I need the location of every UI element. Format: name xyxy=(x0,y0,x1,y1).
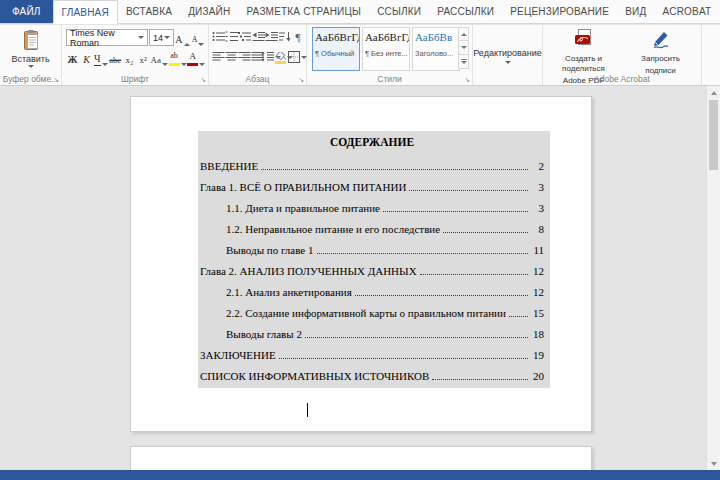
toc-entry-text: Глава 2. АНАЛИЗ ПОЛУЧЕННЫХ ДАННЫХ xyxy=(200,263,417,279)
ribbon-tab[interactable]: ACROBAT xyxy=(654,0,719,23)
strikethrough-button[interactable]: abc xyxy=(109,50,122,66)
dot-leader xyxy=(261,169,528,170)
ribbon-tab[interactable]: ДИЗАЙН xyxy=(180,0,238,23)
document-page-1[interactable]: СОДЕРЖАНИЕ ВВЕДЕНИЕ 2 Глава 1. ВСЁ О ПРА… xyxy=(130,96,592,432)
numbering-button[interactable] xyxy=(225,30,237,45)
font-color-dropdown-icon xyxy=(199,63,205,66)
paragraph-dialog-launcher-icon[interactable]: ↘ xyxy=(298,76,304,84)
sort-icon xyxy=(278,31,291,44)
styles-scroll-down-button[interactable] xyxy=(458,41,469,55)
style-card[interactable]: АаБбВгГд ¶ Обычный xyxy=(312,27,360,71)
bullets-button[interactable] xyxy=(212,30,224,45)
document-canvas[interactable]: СОДЕРЖАНИЕ ВВЕДЕНИЕ 2 Глава 1. ВСЁ О ПРА… xyxy=(0,86,720,470)
toc-entry[interactable]: 1.1. Диета и правильное питание 3 xyxy=(200,195,544,216)
sort-button[interactable] xyxy=(279,30,291,45)
signature-pen-icon xyxy=(651,29,671,52)
underline-button[interactable]: Ч xyxy=(94,50,108,66)
bold-button[interactable]: Ж xyxy=(66,50,79,66)
indent-icon xyxy=(265,31,278,44)
show-marks-button[interactable]: ¶ xyxy=(292,30,304,45)
toc-entry-text: Глава 1. ВСЁ О ПРАВИЛЬНОМ ПИТАНИИ xyxy=(200,179,406,195)
style-name: Заголово... xyxy=(415,49,457,58)
toc-entry[interactable]: СПИСОК ИНФОРМАТИВНЫХ ИСТОЧНИКОВ 20 xyxy=(200,363,544,384)
scrollbar-thumb[interactable] xyxy=(709,100,718,170)
text-highlight-dropdown-icon xyxy=(181,63,187,66)
pilcrow-icon: ¶ xyxy=(295,32,300,43)
ribbon-tab[interactable]: ВСТАВКА xyxy=(118,0,180,23)
toc-entry[interactable]: 1.2. Неправильное питание и его последст… xyxy=(200,216,544,237)
vertical-scrollbar[interactable] xyxy=(706,86,720,470)
dot-leader xyxy=(432,379,528,380)
ribbon-tab[interactable]: ГЛАВНАЯ xyxy=(53,0,118,24)
font-name-select[interactable]: Times New Roman xyxy=(66,29,148,46)
shrink-font-button[interactable]: А xyxy=(191,30,205,46)
dot-leader xyxy=(355,295,528,296)
table-of-contents-field[interactable]: СОДЕРЖАНИЕ ВВЕДЕНИЕ 2 Глава 1. ВСЁ О ПРА… xyxy=(198,131,550,388)
ribbon-tab[interactable]: РЕЦЕНЗИРОВАНИЕ xyxy=(502,0,617,23)
align-center-button[interactable] xyxy=(225,50,237,65)
align-left-button[interactable] xyxy=(212,50,224,65)
ribbon-tabs: ФАЙЛГЛАВНАЯВСТАВКАДИЗАЙНРАЗМЕТКА СТРАНИЦ… xyxy=(0,0,719,23)
request-signatures-label-line1: Запросить xyxy=(641,54,680,64)
ribbon-tab[interactable]: РАССЫЛКИ xyxy=(429,0,502,23)
decrease-indent-button[interactable] xyxy=(252,30,264,45)
style-preview: АаБбВв xyxy=(415,31,457,43)
ribbon-tab-bar: ФАЙЛГЛАВНАЯВСТАВКАДИЗАЙНРАЗМЕТКА СТРАНИЦ… xyxy=(0,0,720,24)
toc-entry[interactable]: ЗАКЛЮЧЕНИЕ 19 xyxy=(200,342,544,363)
paste-label: Вставить xyxy=(11,54,49,64)
toc-entry[interactable]: Глава 1. ВСЁ О ПРАВИЛЬНОМ ПИТАНИИ 3 xyxy=(200,174,544,195)
font-size-select[interactable]: 14 xyxy=(149,29,174,46)
styles-more-button[interactable] xyxy=(458,55,469,69)
subscript-button[interactable]: x₂ xyxy=(123,50,136,66)
ribbon-tab[interactable]: ФАЙЛ xyxy=(0,0,53,23)
superscript-button[interactable]: x² xyxy=(137,50,150,66)
editing-dropdown-icon xyxy=(505,61,511,64)
styles-gallery: АаБбВгГд ¶ Обычный АаБбВгГд ¶ Без инте..… xyxy=(312,27,460,71)
style-name: ¶ Без инте... xyxy=(365,49,407,58)
increase-indent-button[interactable] xyxy=(265,30,277,45)
text-highlight-button[interactable]: ab xyxy=(169,50,187,66)
dot-leader xyxy=(305,337,528,338)
ribbon-tab[interactable]: ВИД xyxy=(617,0,654,23)
styles-gallery-scroll xyxy=(458,27,469,69)
grow-font-button[interactable]: А xyxy=(175,30,190,46)
paint-bucket-icon xyxy=(275,52,286,64)
text-highlight-icon: ab xyxy=(169,50,180,66)
toc-entry[interactable]: Глава 2. АНАЛИЗ ПОЛУЧЕННЫХ ДАННЫХ 12 xyxy=(200,258,544,279)
toc-entry-page-number: 2 xyxy=(530,158,544,174)
toc-entry[interactable]: ВВЕДЕНИЕ 2 xyxy=(200,153,544,174)
paste-button[interactable]: Вставить xyxy=(7,29,55,68)
styles-scroll-up-button[interactable] xyxy=(458,27,469,41)
down-arrow-icon xyxy=(461,46,467,49)
editing-menu-button[interactable]: Редактирование xyxy=(473,48,542,64)
scroll-down-button[interactable] xyxy=(707,457,720,470)
toc-entry[interactable]: Выводы по главе 1 11 xyxy=(200,237,544,258)
document-page-2[interactable] xyxy=(130,446,592,472)
toc-entry[interactable]: 2.2. Создание информативной карты о прав… xyxy=(200,300,544,321)
shrink-font-icon xyxy=(198,43,204,46)
align-center-icon xyxy=(225,51,238,64)
italic-button[interactable]: К xyxy=(80,50,93,66)
font-size-dropdown-icon xyxy=(164,36,170,39)
clipboard-dialog-launcher-icon[interactable]: ↘ xyxy=(53,76,59,84)
create-pdf-label-line1: Создать и поделиться xyxy=(545,54,622,74)
style-card[interactable]: АаБбВв Заголово... xyxy=(412,27,460,71)
font-group: Times New Roman 14 А А Ж К Ч abc xyxy=(62,25,209,85)
scroll-up-button[interactable] xyxy=(707,86,720,99)
align-right-button[interactable] xyxy=(238,50,250,65)
toc-entry[interactable]: 2.1. Анализ анкетирования 12 xyxy=(200,279,544,300)
align-left-icon xyxy=(212,51,225,64)
toc-entry-page-number: 8 xyxy=(530,221,544,237)
multilevel-list-button[interactable] xyxy=(239,30,251,45)
change-case-button[interactable]: Аа xyxy=(151,50,168,66)
ribbon-tab[interactable]: РАЗМЕТКА СТРАНИЦЫ xyxy=(238,0,369,23)
borders-button[interactable] xyxy=(291,50,304,65)
style-card[interactable]: АаБбВгГд ¶ Без инте... xyxy=(362,27,410,71)
style-name: ¶ Обычный xyxy=(315,49,357,58)
font-dialog-launcher-icon[interactable]: ↘ xyxy=(200,76,206,84)
ribbon-tab[interactable]: ССЫЛКИ xyxy=(369,0,429,23)
editing-label: Редактирование xyxy=(473,48,542,58)
styles-dialog-launcher-icon[interactable]: ↘ xyxy=(464,76,470,84)
font-color-button[interactable]: А xyxy=(187,50,205,66)
toc-entry[interactable]: Выводы главы 2 18 xyxy=(200,321,544,342)
